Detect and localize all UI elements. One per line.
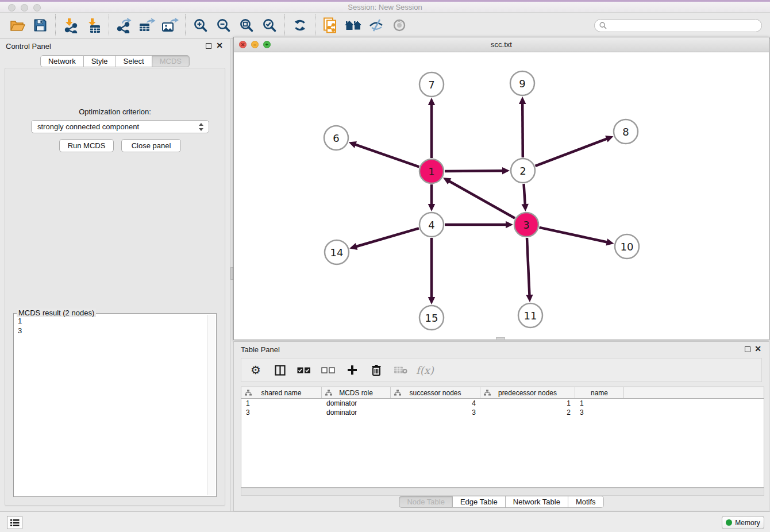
zoom-selected-icon[interactable] bbox=[258, 14, 281, 36]
table-cell[interactable]: 3 bbox=[241, 408, 322, 417]
search-box[interactable] bbox=[594, 19, 762, 32]
delete-column-trash-icon[interactable] bbox=[368, 361, 385, 379]
column-header-predecessor-nodes[interactable]: predecessor nodes bbox=[480, 387, 575, 398]
home-icon[interactable] bbox=[342, 14, 365, 36]
tab-edge-table[interactable]: Edge Table bbox=[453, 496, 506, 508]
graph-edge[interactable] bbox=[355, 144, 419, 167]
toolbar-separator bbox=[315, 14, 315, 36]
table-header-row: shared nameMCDS rolesuccessor nodesprede… bbox=[241, 387, 764, 399]
zoom-out-icon[interactable] bbox=[212, 14, 235, 36]
table-cell[interactable]: 3 bbox=[575, 408, 624, 417]
table-cell[interactable]: 1 bbox=[480, 399, 575, 408]
split-view-icon[interactable] bbox=[271, 361, 288, 379]
tab-network[interactable]: Network bbox=[40, 55, 84, 67]
tab-motifs[interactable]: Motifs bbox=[568, 496, 604, 508]
graph-edge-arrowhead bbox=[428, 98, 435, 105]
zoom-fit-icon[interactable] bbox=[235, 14, 258, 36]
dropdown-stepper-icon bbox=[198, 123, 204, 131]
memory-button[interactable]: Memory bbox=[722, 516, 764, 529]
toolbar-separator bbox=[109, 14, 109, 36]
network-overview-icon[interactable] bbox=[319, 14, 342, 36]
close-panel-button[interactable]: Close panel bbox=[121, 139, 181, 152]
search-input[interactable] bbox=[610, 21, 757, 29]
table-cell[interactable]: 4 bbox=[391, 399, 480, 408]
hide-panels-eye-icon[interactable] bbox=[365, 14, 388, 36]
import-network-icon[interactable] bbox=[59, 14, 82, 36]
column-header-MCDS-role[interactable]: MCDS role bbox=[322, 387, 391, 398]
float-panel-icon[interactable] bbox=[206, 43, 211, 49]
graph-edge-arrowhead bbox=[428, 204, 435, 211]
table-cell[interactable]: 2 bbox=[480, 408, 575, 417]
export-network-icon[interactable] bbox=[113, 14, 136, 36]
graph-node-label: 11 bbox=[524, 310, 537, 322]
column-header-successor-nodes[interactable]: successor nodes bbox=[391, 387, 480, 398]
export-table-icon[interactable] bbox=[136, 14, 159, 36]
table-row[interactable]: 3dominator323 bbox=[241, 408, 764, 417]
close-table-panel-icon[interactable]: ✕ bbox=[754, 345, 761, 353]
refresh-icon[interactable] bbox=[288, 14, 311, 36]
deselect-all-columns-icon[interactable] bbox=[319, 361, 337, 379]
table-tabs: Node TableEdge TableNetwork TableMotifs bbox=[234, 496, 769, 508]
graph-edge[interactable] bbox=[524, 184, 525, 205]
graph-edge-arrowhead bbox=[519, 97, 526, 104]
session-title: Session: New Session bbox=[0, 3, 770, 11]
graph-edge[interactable] bbox=[449, 181, 515, 218]
select-all-columns-icon[interactable] bbox=[295, 361, 313, 379]
table-row[interactable]: 1dominator411 bbox=[241, 399, 764, 408]
column-header-filler bbox=[624, 387, 764, 398]
zoom-in-icon[interactable] bbox=[189, 14, 212, 36]
graph-node-label: 8 bbox=[622, 126, 629, 138]
tab-select[interactable]: Select bbox=[116, 55, 152, 67]
open-session-icon[interactable] bbox=[6, 14, 29, 36]
optimization-criterion-label: Optimization criterion: bbox=[5, 107, 225, 116]
graph-edge[interactable] bbox=[527, 238, 530, 296]
column-header-shared-name[interactable]: shared name bbox=[241, 387, 322, 398]
mcds-result-title: MCDS result (2 nodes) bbox=[17, 309, 96, 317]
delete-table-icon bbox=[392, 361, 409, 379]
column-header-name[interactable]: name bbox=[575, 387, 624, 398]
graph-edge[interactable] bbox=[522, 103, 523, 157]
search-icon bbox=[599, 22, 607, 29]
network-window-titlebar[interactable]: ✕ − + scc.txt bbox=[234, 37, 769, 52]
table-cell[interactable]: 1 bbox=[575, 399, 624, 408]
table-cell[interactable]: dominator bbox=[322, 408, 391, 417]
table-horizontal-scrollbar[interactable] bbox=[241, 488, 764, 496]
toolbar-separator bbox=[284, 14, 285, 36]
tab-network-table[interactable]: Network Table bbox=[506, 496, 568, 508]
add-column-icon[interactable] bbox=[344, 361, 361, 379]
close-panel-icon[interactable]: ✕ bbox=[216, 41, 223, 49]
table-cell[interactable]: 1 bbox=[241, 399, 322, 408]
task-history-button[interactable] bbox=[7, 516, 22, 529]
import-table-icon[interactable] bbox=[82, 14, 105, 36]
tab-mcds[interactable]: MCDS bbox=[152, 55, 190, 67]
criterion-dropdown[interactable]: strongly connected component bbox=[31, 120, 209, 133]
save-session-icon[interactable] bbox=[29, 14, 52, 36]
result-scrollbar[interactable] bbox=[207, 315, 215, 495]
run-mcds-button[interactable]: Run MCDS bbox=[59, 139, 114, 152]
graph-node-label: 15 bbox=[425, 312, 438, 324]
table-cell[interactable]: 3 bbox=[391, 408, 480, 417]
graph-edge[interactable] bbox=[540, 228, 608, 242]
column-settings-gear-icon[interactable]: ⚙ bbox=[247, 361, 264, 379]
graph-node-label: 9 bbox=[519, 78, 525, 90]
graph-edge-arrowhead bbox=[522, 204, 529, 211]
show-panels-eye-icon[interactable] bbox=[388, 14, 411, 36]
graph-edge[interactable] bbox=[356, 228, 419, 246]
graph-edge[interactable] bbox=[536, 138, 608, 166]
float-table-panel-icon[interactable] bbox=[745, 346, 750, 352]
table-cell[interactable]: dominator bbox=[322, 399, 391, 408]
criterion-value: strongly connected component bbox=[37, 122, 139, 131]
network-canvas[interactable]: 7968124314101511 bbox=[234, 52, 769, 340]
tab-node-table[interactable]: Node Table bbox=[399, 496, 453, 508]
graph-edge-arrowhead bbox=[506, 221, 513, 228]
graph-edge-arrowhead bbox=[502, 167, 510, 174]
export-image-icon[interactable] bbox=[159, 14, 182, 36]
graph-edge[interactable] bbox=[445, 171, 503, 171]
graph-node-label: 2 bbox=[519, 165, 526, 177]
tab-style[interactable]: Style bbox=[84, 55, 116, 67]
table-panel-title: Table Panel bbox=[241, 345, 280, 354]
canvas-resize-handle[interactable] bbox=[496, 337, 505, 340]
toolbar-separator bbox=[55, 14, 56, 36]
graph-edge-arrowhead bbox=[428, 297, 435, 304]
mcds-result-values: 1 3 bbox=[18, 316, 22, 336]
